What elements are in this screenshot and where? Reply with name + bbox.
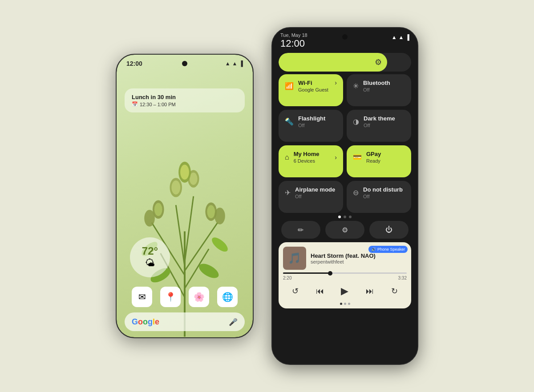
dnd-tile-icon: ⊖: [353, 188, 359, 197]
tile-wifi[interactable]: 📶 Wi-Fi Google Guest ›: [279, 74, 343, 106]
power-button[interactable]: ⏻: [369, 221, 409, 239]
media-info: Heart Storm (feat. NAO) serpentwithfeet: [311, 252, 376, 264]
power-icon: ⏻: [385, 226, 392, 234]
right-battery-icon: ▐: [405, 34, 409, 40]
svg-point-22: [180, 165, 189, 180]
my-home-subtitle: 6 Devices: [294, 158, 320, 164]
brightness-slider[interactable]: ⚙: [279, 53, 411, 72]
punch-hole-left: [182, 61, 187, 66]
tile-airplane[interactable]: ✈ Airplane mode Off: [279, 181, 343, 213]
punch-hole-right: [342, 34, 348, 40]
airplane-subtitle: Off: [295, 194, 335, 199]
gpay-subtitle: Ready: [366, 158, 381, 164]
gpay-title: GPay: [366, 151, 381, 157]
media-player: 🎵 Heart Storm (feat. NAO) serpentwithfee…: [279, 242, 411, 308]
replay-button[interactable]: ↺: [288, 284, 303, 298]
media-dots: [279, 303, 411, 308]
tile-my-home[interactable]: ⌂ My Home 6 Devices ›: [279, 145, 343, 177]
mic-icon[interactable]: 🎤: [229, 318, 238, 326]
progress-times: 2:20 3:32: [283, 276, 407, 280]
progress-bar-bg: [283, 272, 407, 274]
brightness-icon: ⚙: [375, 57, 382, 67]
right-wifi-icon: ▲: [392, 34, 397, 40]
app-dock: ✉ 📍 🌸 🌐: [117, 287, 253, 307]
chrome-icon[interactable]: 🌐: [217, 287, 238, 307]
svg-line-6: [185, 196, 194, 262]
left-status-icons: ▲ ▲ ▐: [225, 60, 243, 67]
left-phone: 12:00 ▲ ▲ ▐ Lunch in 30 min 📅 12:30 – 1:…: [116, 54, 254, 338]
right-time: 12:00: [280, 38, 307, 49]
tile-dnd[interactable]: ⊖ Do not disturb Off: [347, 181, 411, 213]
google-logo: Google: [132, 317, 159, 327]
right-phone-screen: Tue, May 18 12:00 ▲ ▲ ▐ ⚙: [272, 28, 417, 364]
edit-button[interactable]: ✏: [281, 221, 320, 239]
svg-point-14: [190, 172, 198, 185]
current-time: 2:20: [283, 276, 291, 280]
tile-bluetooth[interactable]: ✳ Bluetooth Off: [347, 74, 411, 106]
svg-point-19: [144, 210, 155, 227]
my-home-tile-icon: ⌂: [285, 153, 289, 161]
dark-theme-title: Dark theme: [364, 115, 395, 122]
dot-1: [338, 216, 341, 218]
wifi-subtitle: Google Guest: [298, 87, 328, 92]
svg-point-16: [154, 203, 162, 216]
dnd-title: Do not disturb: [363, 186, 403, 193]
wifi-status-icon: ▲: [232, 60, 238, 67]
media-dot-3: [348, 303, 350, 305]
dot-3: [349, 216, 352, 218]
gpay-tile-icon: 💳: [353, 153, 362, 161]
dnd-subtitle: Off: [363, 194, 403, 199]
left-phone-screen: 12:00 ▲ ▲ ▐ Lunch in 30 min 📅 12:30 – 1:…: [117, 55, 253, 337]
my-home-title: My Home: [294, 151, 320, 157]
speaker-label: Phone Speaker: [377, 247, 405, 252]
quick-settings-grid: 📶 Wi-Fi Google Guest › ✳: [279, 74, 411, 213]
right-status-icons: ▲ ▲ ▐: [392, 32, 409, 40]
my-home-arrow: ›: [335, 154, 337, 161]
flashlight-title: Flashlight: [298, 115, 325, 122]
media-controls: ↺ ⏮ ▶ ⏭ ↻: [279, 282, 411, 303]
song-artist: serpentwithfeet: [311, 259, 376, 264]
weather-widget: 72° 🌤: [130, 237, 170, 277]
svg-point-10: [210, 235, 230, 254]
next-button[interactable]: ⏭: [363, 284, 377, 298]
bluetooth-subtitle: Off: [363, 87, 390, 92]
svg-point-18: [207, 205, 215, 218]
airplane-tile-icon: ✈: [285, 188, 291, 197]
progress-dot: [328, 271, 332, 276]
maps-icon[interactable]: 📍: [160, 287, 181, 307]
forward-button[interactable]: ↻: [387, 284, 401, 298]
right-signal-icon: ▲: [399, 34, 404, 40]
tile-gpay[interactable]: 💳 GPay Ready: [347, 145, 411, 177]
wifi-arrow: ›: [335, 79, 337, 86]
right-phone: Tue, May 18 12:00 ▲ ▲ ▐ ⚙: [271, 27, 418, 365]
left-time: 12:00: [126, 60, 142, 67]
gmail-icon[interactable]: ✉: [132, 287, 152, 307]
photos-icon[interactable]: 🌸: [189, 287, 209, 307]
right-date: Tue, May 18: [280, 32, 307, 38]
tile-dark-theme[interactable]: ◑ Dark theme Off: [347, 110, 411, 142]
total-time: 3:32: [398, 276, 407, 280]
media-thumbnail: 🎵: [283, 247, 306, 270]
bluetooth-tile-icon: ✳: [353, 82, 359, 90]
speaker-icon: 🔊: [371, 247, 376, 252]
settings-button[interactable]: ⚙: [325, 221, 364, 239]
edit-icon: ✏: [298, 226, 303, 234]
dot-2: [344, 216, 346, 218]
song-title: Heart Storm (feat. NAO): [311, 252, 376, 259]
google-search-bar[interactable]: Google 🎤: [125, 312, 245, 331]
brightness-fill: ⚙: [279, 53, 387, 72]
airplane-title: Airplane mode: [295, 186, 335, 193]
dark-theme-tile-icon: ◑: [353, 117, 359, 126]
tile-flashlight[interactable]: 🔦 Flashlight Off: [279, 110, 343, 142]
flashlight-tile-icon: 🔦: [285, 117, 294, 126]
media-dot-1: [340, 303, 342, 305]
prev-button[interactable]: ⏮: [313, 284, 327, 298]
battery-icon: ▐: [239, 60, 243, 67]
play-button[interactable]: ▶: [338, 284, 352, 298]
signal-icon: ▲: [225, 60, 231, 67]
weather-icon: 🌤: [145, 257, 155, 269]
media-progress: 2:20 3:32: [279, 272, 411, 280]
wifi-title: Wi-Fi: [298, 80, 328, 86]
media-dot-2: [344, 303, 346, 305]
svg-line-5: [176, 205, 185, 266]
